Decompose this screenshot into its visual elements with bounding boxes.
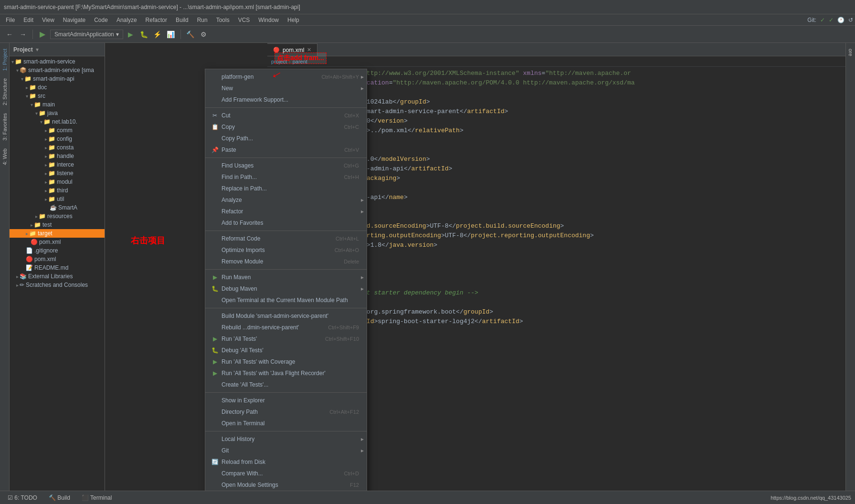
toolbar-run-btn[interactable]: ▶ (125, 29, 137, 40)
right-tab-more[interactable]: ore (847, 45, 855, 60)
cm-open-terminal[interactable]: Open in Terminal (205, 418, 367, 429)
cm-reload-disk[interactable]: 🔄 Reload from Disk (205, 456, 367, 468)
cm-show-explorer[interactable]: Show in Explorer (205, 395, 367, 406)
menu-run[interactable]: Run (193, 16, 211, 24)
cm-build-module[interactable]: Build Module 'smart-admin-service-parent… (205, 310, 367, 322)
run-config-dropdown[interactable]: ▾ (116, 31, 119, 38)
project-dropdown[interactable]: ▾ (36, 46, 39, 53)
toolbar-run-green[interactable]: ▶ (37, 29, 48, 40)
menu-vcs[interactable]: VCS (234, 16, 254, 24)
left-tab-favorites[interactable]: 3: Favorites (1, 109, 9, 144)
left-tab-web[interactable]: 4: Web (1, 145, 9, 169)
tree-item-scratches[interactable]: ▸ ✏ Scratches and Consoles (10, 281, 105, 289)
tree-item-doc[interactable]: ▸ 📁 doc (10, 83, 105, 92)
cm-dir-path[interactable]: Directory Path Ctrl+Alt+F12 (205, 406, 367, 418)
menu-refactor[interactable]: Refactor (142, 16, 171, 24)
cm-git[interactable]: Git ▸ (205, 445, 367, 456)
tree-item-service[interactable]: ▾ 📦 smart-admin-service [sma (10, 66, 105, 74)
cm-find-path[interactable]: Find in Path... Ctrl+H (205, 171, 367, 183)
cm-refactor[interactable]: Refactor ▸ (205, 206, 367, 217)
toolbar-profile-btn[interactable]: 📊 (165, 29, 177, 40)
tab-close[interactable]: ✕ (307, 47, 311, 53)
cm-run-flight[interactable]: ▶ Run 'All Tests' with 'Java Flight Reco… (205, 368, 367, 379)
tree-item-util[interactable]: ▸ 📁 util (10, 195, 105, 203)
cm-local-history[interactable]: Local History ▸ (205, 433, 367, 445)
git-check2: ✓ (829, 17, 834, 23)
cm-reformat[interactable]: Reformat Code Ctrl+Alt+L (205, 233, 367, 244)
bottom-tab-todo[interactable]: ☑ 6: TODO (4, 494, 41, 502)
tree-item-config[interactable]: ▸ 📁 config (10, 135, 105, 143)
tree-item-extlibs[interactable]: ▸ 📚 External Libraries (10, 272, 105, 281)
tree-item-interce[interactable]: ▸ 📁 interce (10, 160, 105, 169)
breadcrumb-project[interactable]: project (271, 59, 287, 64)
menu-build[interactable]: Build (172, 16, 192, 24)
tree-root[interactable]: ▾ 📁 smart-admin-service (10, 57, 105, 66)
cm-rebuild[interactable]: Rebuild ...dmin-service-parent' Ctrl+Shi… (205, 322, 367, 333)
cm-replace-path[interactable]: Replace in Path... (205, 183, 367, 194)
bottom-tab-build[interactable]: 🔨 Build (45, 494, 74, 502)
toolbar-settings[interactable]: ⚙ (198, 29, 210, 40)
toolbar-forward[interactable]: → (17, 29, 29, 40)
cm-add-favorites[interactable]: Add to Favorites (205, 217, 367, 229)
menu-analyze[interactable]: Analyze (113, 16, 141, 24)
tree-item-consta[interactable]: ▸ 📁 consta (10, 143, 105, 152)
cm-compare-with[interactable]: Compare With... Ctrl+D (205, 468, 367, 479)
cm-module-settings[interactable]: Open Module Settings F12 (205, 479, 367, 491)
tree-item-comm[interactable]: ▸ 📁 comm (10, 126, 105, 135)
cm-cut[interactable]: ✂ Cut Ctrl+X (205, 110, 367, 121)
tree-item-third[interactable]: ▸ 📁 third (10, 186, 105, 195)
cm-icon-new (211, 84, 219, 92)
tree-item-resources[interactable]: ▸ 📁 resources (10, 212, 105, 220)
cm-run-maven[interactable]: ▶ Run Maven ▸ (205, 272, 367, 283)
menu-window[interactable]: Window (254, 16, 283, 24)
tree-item-gitignore[interactable]: 📄 .gitignore (10, 246, 105, 255)
tree-item-target[interactable]: ▸ 📁 target (10, 229, 105, 238)
cm-platform-gen[interactable]: platform-gen Ctrl+Alt+Shift+Y ▸ (205, 71, 367, 83)
toolbar-back[interactable]: ← (4, 29, 15, 40)
tree-item-handle[interactable]: ▸ 📁 handle (10, 152, 105, 160)
tree-item-net[interactable]: ▾ 📁 net.lab10. (10, 117, 105, 126)
cm-copy-path[interactable]: Copy Path... (205, 133, 367, 144)
menu-edit[interactable]: Edit (20, 16, 37, 24)
cm-create-tests[interactable]: Create 'All Tests'... (205, 379, 367, 390)
cm-run-coverage[interactable]: ▶ Run 'All Tests' with Coverage (205, 356, 367, 368)
breadcrumb-parent[interactable]: parent (293, 59, 307, 64)
bottom-tab-terminal[interactable]: ⬛ Terminal (78, 494, 116, 502)
tree-item-java[interactable]: ▾ 📁 java (10, 109, 105, 117)
toolbar-coverage-btn[interactable]: ⚡ (152, 29, 163, 40)
tree-item-modul[interactable]: ▸ 📁 modul (10, 178, 105, 186)
cm-add-framework[interactable]: Add Framework Support... (205, 94, 367, 105)
cm-run-tests[interactable]: ▶ Run 'All Tests' Ctrl+Shift+F10 (205, 333, 367, 345)
tree-item-smart[interactable]: ☕ SmartA (10, 203, 105, 212)
tree-item-src[interactable]: ▾ 📁 src (10, 92, 105, 100)
cm-find-usages[interactable]: Find Usages Ctrl+G (205, 160, 367, 171)
tree-item-listene[interactable]: ▸ 📁 listene (10, 169, 105, 178)
cm-paste[interactable]: 📌 Paste Ctrl+V (205, 144, 367, 156)
left-tab-structure[interactable]: 2: Structure (1, 74, 9, 109)
tree-item-readme[interactable]: 📝 README.md (10, 263, 105, 272)
menu-tools[interactable]: Tools (212, 16, 233, 24)
menu-help[interactable]: Help (284, 16, 303, 24)
toolbar-maven[interactable]: 🔨 (185, 29, 196, 40)
menu-view[interactable]: View (38, 16, 58, 24)
cm-debug-tests[interactable]: 🐛 Debug 'All Tests' (205, 345, 367, 356)
run-config-selector[interactable]: SmartAdminApplication ▾ (50, 30, 123, 39)
menu-navigate[interactable]: Navigate (59, 16, 89, 24)
tree-item-pom1[interactable]: 🔴 pom.xml (10, 238, 105, 246)
toolbar-debug-btn[interactable]: 🐛 (138, 29, 150, 40)
tree-item-test[interactable]: ▸ 📁 test (10, 220, 105, 229)
menu-code[interactable]: Code (90, 16, 112, 24)
cm-copy[interactable]: 📋 Copy Ctrl+C (205, 121, 367, 133)
tree-item-api[interactable]: ▾ 📁 smart-admin-api (10, 74, 105, 83)
editor-tab-pom[interactable]: 🔴 pom.xml ✕ (267, 43, 317, 56)
cm-debug-maven[interactable]: 🐛 Debug Maven ▸ (205, 283, 367, 294)
cm-open-terminal-maven[interactable]: Open Terminal at the Current Maven Modul… (205, 294, 367, 306)
cm-analyze[interactable]: Analyze ▸ (205, 194, 367, 206)
left-tab-project[interactable]: 1: Project (1, 45, 9, 74)
cm-optimize-imports[interactable]: Optimize Imports Ctrl+Alt+O (205, 244, 367, 256)
tree-item-pom2[interactable]: 🔴 pom.xml (10, 255, 105, 263)
cm-new[interactable]: New ▸ (205, 83, 367, 94)
menu-file[interactable]: File (2, 16, 19, 24)
cm-remove-module[interactable]: Remove Module Delete (205, 256, 367, 267)
tree-item-main[interactable]: ▾ 📁 main (10, 100, 105, 109)
